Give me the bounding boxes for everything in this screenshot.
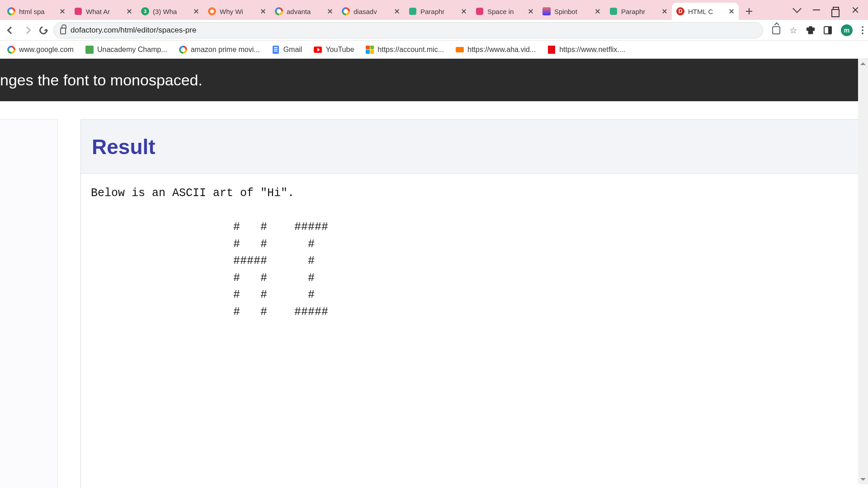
tab-close-button[interactable]	[193, 9, 199, 14]
share-icon[interactable]	[772, 26, 780, 34]
bookmark-favicon	[7, 46, 15, 54]
tab-favicon	[7, 7, 15, 15]
browser-tab-strip: html spaWhat Ar3(3) WhaWhy Wiadvantadias…	[0, 0, 868, 20]
tab-title: Space in	[487, 8, 514, 15]
bookmark-label: https://www.aha.vid...	[467, 46, 536, 54]
tab-close-button[interactable]	[127, 9, 132, 14]
side-panel-icon[interactable]	[824, 26, 832, 34]
scroll-down-button[interactable]	[858, 474, 868, 484]
tab-title: diasadv	[354, 8, 377, 15]
tab-favicon	[609, 7, 618, 15]
browser-tab[interactable]: Why Wi	[203, 3, 270, 20]
tab-favicon	[542, 7, 551, 15]
browser-tab[interactable]: Paraphr	[404, 3, 471, 20]
tab-close-button[interactable]	[595, 9, 600, 14]
browser-tab[interactable]: Paraphr	[605, 3, 672, 20]
tab-title: Why Wi	[220, 8, 243, 15]
tab-title: Paraphr	[420, 8, 444, 15]
bookmark-label: https://www.netflix....	[559, 46, 625, 54]
tab-favicon	[74, 7, 82, 15]
scroll-up-button[interactable]	[858, 59, 868, 69]
tab-search-icon[interactable]	[793, 4, 802, 13]
browser-tab[interactable]: What Ar	[70, 3, 137, 20]
tab-favicon	[275, 7, 283, 15]
bookmark-item[interactable]: https://account.mic...	[366, 46, 444, 54]
bookmark-favicon	[85, 46, 94, 54]
window-close-button[interactable]	[852, 6, 859, 14]
bookmarks-bar: www.google.comUnacademy Champ...amazon p…	[0, 41, 868, 59]
bookmark-item[interactable]: amazon prime movi...	[179, 46, 260, 54]
bookmark-star-icon[interactable]: ☆	[789, 25, 797, 36]
tab-title: advanta	[287, 8, 311, 15]
bookmark-favicon	[456, 46, 464, 54]
tab-close-button[interactable]	[528, 9, 533, 14]
back-button[interactable]	[5, 24, 17, 37]
new-tab-button[interactable]	[742, 5, 756, 18]
bookmark-favicon	[314, 46, 322, 54]
browser-tab[interactable]: 3(3) Wha	[137, 3, 203, 20]
result-heading: Result	[92, 135, 156, 159]
result-header: Result	[81, 120, 868, 174]
browser-toolbar: dofactory.com/html/editor/spaces-pre ☆ m	[0, 20, 868, 41]
window-maximize-button[interactable]	[833, 7, 839, 13]
tab-title: html spa	[19, 8, 45, 15]
forward-button[interactable]	[21, 24, 33, 37]
bookmark-label: www.google.com	[19, 46, 74, 54]
bookmark-favicon	[179, 46, 187, 54]
bookmark-label: amazon prime movi...	[191, 46, 260, 54]
browser-tab[interactable]: html spa	[3, 3, 70, 20]
reload-icon	[38, 24, 49, 36]
window-controls	[794, 0, 865, 20]
tab-close-button[interactable]	[60, 9, 65, 14]
tab-title: (3) Wha	[153, 8, 177, 15]
window-minimize-button[interactable]	[813, 9, 820, 10]
arrow-left-icon	[7, 26, 15, 34]
extensions-icon[interactable]	[807, 26, 815, 34]
bookmark-label: https://account.mic...	[377, 46, 444, 54]
tab-title: Paraphr	[621, 8, 645, 15]
tab-close-button[interactable]	[662, 9, 667, 14]
browser-tab[interactable]: advanta	[270, 3, 337, 20]
bookmark-item[interactable]: https://www.aha.vid...	[456, 46, 536, 54]
tab-close-button[interactable]	[729, 9, 734, 14]
tab-close-button[interactable]	[260, 9, 266, 14]
tab-title: Spinbot	[554, 8, 577, 15]
bookmark-label: Unacademy Champ...	[97, 46, 167, 54]
browser-tab[interactable]: DHTML C	[672, 3, 739, 20]
tab-close-button[interactable]	[394, 9, 400, 14]
arrow-right-icon	[24, 26, 31, 34]
tab-favicon: D	[676, 7, 684, 15]
tab-title: HTML C	[688, 8, 713, 15]
profile-avatar[interactable]: m	[841, 24, 853, 36]
bookmark-item[interactable]: Gmail	[272, 46, 302, 54]
tab-favicon	[208, 7, 216, 15]
browser-tab[interactable]: Space in	[471, 3, 538, 20]
page-body: Result Below is an ASCII art of "Hi". # …	[0, 101, 868, 488]
bookmark-label: YouTube	[326, 46, 354, 54]
tab-close-button[interactable]	[327, 9, 333, 14]
bookmark-item[interactable]: Unacademy Champ...	[85, 46, 167, 54]
tab-close-button[interactable]	[461, 9, 467, 14]
page-banner-text: nges the font to monospaced.	[0, 71, 203, 89]
result-body: Below is an ASCII art of "Hi". # # #####…	[81, 174, 868, 331]
bookmark-favicon	[547, 46, 556, 54]
bookmark-item[interactable]: https://www.netflix....	[547, 46, 625, 54]
bookmark-item[interactable]: YouTube	[314, 46, 354, 54]
bookmark-label: Gmail	[283, 46, 302, 54]
reload-button[interactable]	[37, 24, 50, 37]
browser-tab[interactable]: Spinbot	[538, 3, 605, 20]
bookmark-item[interactable]: www.google.com	[7, 46, 74, 54]
result-panel: Result Below is an ASCII art of "Hi". # …	[80, 119, 868, 488]
tab-favicon	[409, 7, 417, 15]
url-text: dofactory.com/html/editor/spaces-pre	[71, 26, 196, 35]
menu-button[interactable]	[862, 26, 863, 34]
address-bar[interactable]: dofactory.com/html/editor/spaces-pre	[53, 22, 763, 38]
tab-title: What Ar	[86, 8, 110, 15]
tab-favicon: 3	[141, 7, 149, 15]
bookmark-favicon	[272, 46, 280, 54]
browser-tab[interactable]: diasadv	[337, 3, 404, 20]
tab-favicon	[476, 7, 484, 15]
page-scrollbar[interactable]	[858, 59, 868, 484]
page-banner: nges the font to monospaced.	[0, 59, 868, 101]
lock-icon	[60, 28, 66, 34]
